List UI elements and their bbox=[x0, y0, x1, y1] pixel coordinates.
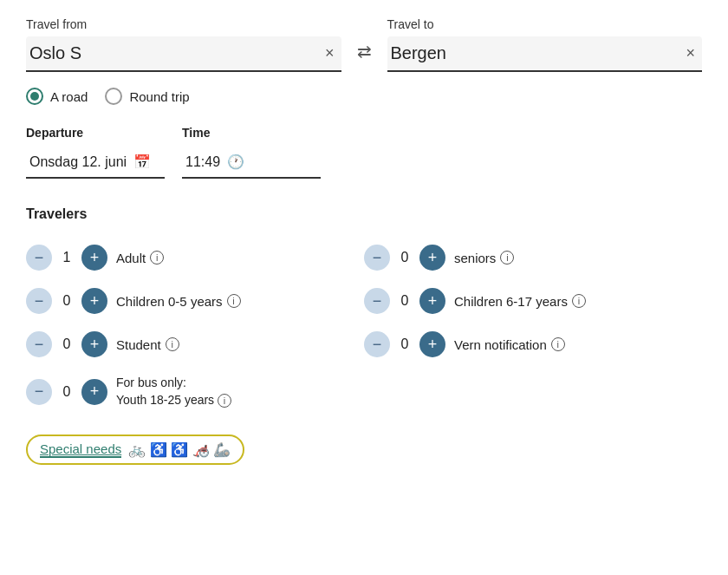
radio-round-trip-circle bbox=[105, 88, 122, 105]
seniors-increment-button[interactable]: + bbox=[419, 245, 445, 271]
special-needs-link[interactable]: Special needs bbox=[40, 441, 121, 458]
children617-info-icon[interactable]: i bbox=[572, 294, 586, 308]
adult-label: Adult i bbox=[116, 251, 164, 265]
adult-decrement-button[interactable]: − bbox=[26, 245, 52, 271]
busyouth-label-line1: For bus only: bbox=[116, 375, 231, 392]
swap-icon: ⇄ bbox=[357, 42, 372, 61]
busyouth-label-line2: Youth 18-25 years i bbox=[116, 392, 231, 409]
special-needs-wrapper: Special needs 🚲 ♿ ♿ 🦽 🦾 bbox=[26, 435, 244, 465]
children617-decrement-button[interactable]: − bbox=[364, 288, 390, 314]
travel-from-label: Travel from bbox=[26, 17, 341, 31]
clear-from-button[interactable]: × bbox=[322, 44, 338, 62]
time-input[interactable]: 11:49 🕐 bbox=[182, 147, 321, 179]
busyouth-decrement-button[interactable]: − bbox=[26, 379, 52, 405]
special-needs-icons: 🚲 ♿ ♿ 🦽 🦾 bbox=[128, 441, 231, 458]
special-needs-row: Special needs 🚲 ♿ ♿ 🦽 🦾 bbox=[26, 435, 702, 465]
departure-group: Departure Onsdag 12. juni 📅 bbox=[26, 126, 165, 179]
seniors-info-icon[interactable]: i bbox=[500, 251, 514, 265]
children617-count: 0 bbox=[399, 293, 411, 309]
vern-increment-button[interactable]: + bbox=[419, 331, 445, 357]
travel-to-label: Travel to bbox=[387, 17, 703, 31]
student-label: Student i bbox=[116, 337, 179, 352]
busyouth-info-icon[interactable]: i bbox=[218, 394, 231, 408]
swap-button[interactable]: ⇄ bbox=[350, 34, 379, 69]
adult-info-icon[interactable]: i bbox=[150, 251, 164, 265]
departure-row: Departure Onsdag 12. juni 📅 Time 11:49 🕐 bbox=[26, 126, 702, 179]
travel-to-input[interactable] bbox=[391, 43, 683, 63]
student-info-icon[interactable]: i bbox=[166, 337, 179, 351]
time-value: 11:49 bbox=[185, 154, 220, 170]
travel-from-group: Travel from × bbox=[26, 17, 341, 72]
departure-input[interactable]: Onsdag 12. juni 📅 bbox=[26, 147, 165, 179]
traveler-row-student: − 0 + Student i bbox=[26, 323, 364, 366]
traveler-row-bus-youth: − 0 + For bus only: Youth 18-25 years i bbox=[26, 366, 364, 417]
vern-count: 0 bbox=[399, 337, 411, 352]
traveler-grid: − 1 + Adult i − 0 + seniors i − 0 + Chil… bbox=[26, 236, 702, 417]
children617-label: Children 6-17 years i bbox=[454, 294, 586, 309]
departure-date-value: Onsdag 12. juni bbox=[29, 154, 127, 170]
seniors-count: 0 bbox=[399, 250, 411, 265]
children05-info-icon[interactable]: i bbox=[227, 294, 241, 308]
children05-decrement-button[interactable]: − bbox=[26, 288, 52, 314]
trip-type-selector: A road Round trip bbox=[26, 88, 702, 105]
student-increment-button[interactable]: + bbox=[81, 331, 107, 357]
traveler-row-children-617: − 0 + Children 6-17 years i bbox=[364, 279, 702, 323]
children05-label: Children 0-5 years i bbox=[116, 294, 241, 309]
traveler-row-vern: − 0 + Vern notification i bbox=[364, 323, 702, 366]
busyouth-increment-button[interactable]: + bbox=[81, 379, 107, 405]
travel-from-input-wrapper: × bbox=[26, 36, 341, 72]
travel-to-group: Travel to × bbox=[387, 17, 703, 72]
travel-from-input[interactable] bbox=[29, 43, 322, 63]
children617-increment-button[interactable]: + bbox=[419, 288, 445, 314]
clear-to-button[interactable]: × bbox=[682, 44, 699, 62]
clock-icon: 🕐 bbox=[227, 154, 244, 170]
student-decrement-button[interactable]: − bbox=[26, 331, 52, 357]
departure-label: Departure bbox=[26, 126, 165, 140]
busyouth-count: 0 bbox=[61, 384, 73, 400]
radio-a-road-label: A road bbox=[50, 89, 88, 104]
radio-a-road[interactable]: A road bbox=[26, 88, 88, 105]
time-label: Time bbox=[182, 126, 321, 140]
radio-round-trip-label: Round trip bbox=[129, 89, 189, 104]
radio-round-trip[interactable]: Round trip bbox=[105, 88, 189, 105]
traveler-row-adult: − 1 + Adult i bbox=[26, 236, 364, 279]
busyouth-label: For bus only: Youth 18-25 years i bbox=[116, 375, 231, 408]
radio-a-road-circle bbox=[26, 88, 43, 105]
vern-info-icon[interactable]: i bbox=[551, 337, 565, 351]
travelers-section: Travelers − 1 + Adult i − 0 + seniors i … bbox=[26, 206, 702, 417]
children05-count: 0 bbox=[61, 293, 73, 309]
travel-to-input-wrapper: × bbox=[387, 36, 703, 72]
student-count: 0 bbox=[61, 337, 73, 352]
seniors-decrement-button[interactable]: − bbox=[364, 245, 390, 271]
time-group: Time 11:49 🕐 bbox=[182, 126, 321, 179]
vern-decrement-button[interactable]: − bbox=[364, 331, 390, 357]
travelers-title: Travelers bbox=[26, 206, 702, 222]
traveler-row-seniors: − 0 + seniors i bbox=[364, 236, 702, 279]
children05-increment-button[interactable]: + bbox=[81, 288, 107, 314]
vern-label: Vern notification i bbox=[454, 337, 565, 352]
calendar-icon: 📅 bbox=[133, 154, 151, 170]
seniors-label: seniors i bbox=[454, 251, 514, 265]
adult-increment-button[interactable]: + bbox=[81, 245, 107, 271]
adult-count: 1 bbox=[61, 250, 73, 265]
traveler-row-children-05: − 0 + Children 0-5 years i bbox=[26, 279, 364, 323]
